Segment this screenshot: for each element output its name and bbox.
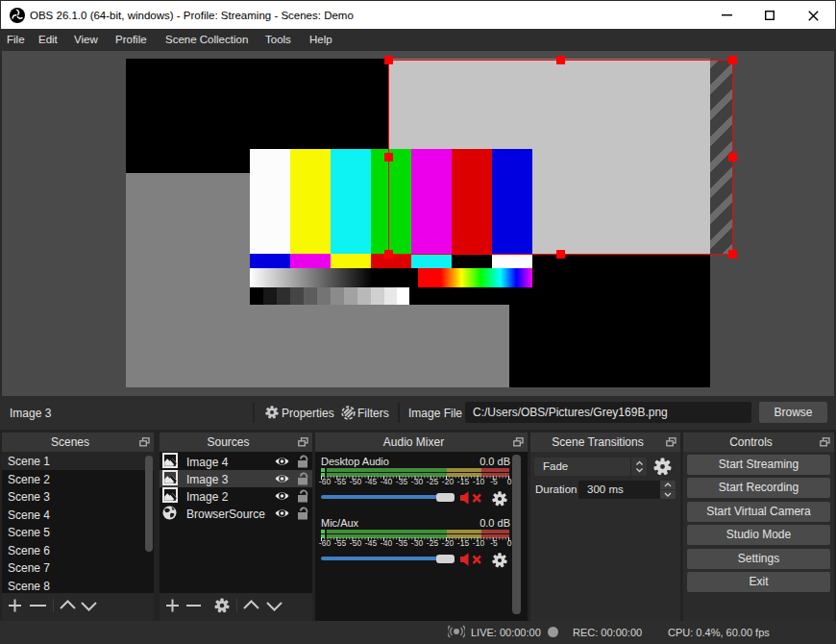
svg-text:-40: -40 xyxy=(381,477,393,486)
svg-text:-10: -10 xyxy=(473,477,485,486)
svg-text:-15: -15 xyxy=(457,538,470,548)
svg-text:-25: -25 xyxy=(427,477,439,486)
svg-text:-20: -20 xyxy=(442,538,455,548)
svg-text:-30: -30 xyxy=(411,477,424,486)
svg-text:-25: -25 xyxy=(427,538,439,548)
svg-text:-40: -40 xyxy=(381,538,393,548)
svg-text:-10: -10 xyxy=(473,538,485,548)
svg-text:-55: -55 xyxy=(334,538,347,548)
svg-text:-5: -5 xyxy=(490,477,498,486)
svg-text:-35: -35 xyxy=(396,538,408,548)
svg-text:-55: -55 xyxy=(334,477,347,486)
svg-text:-20: -20 xyxy=(442,477,455,486)
svg-text:0: 0 xyxy=(507,538,512,548)
svg-text:0: 0 xyxy=(507,477,512,486)
svg-text:-45: -45 xyxy=(365,538,378,548)
svg-text:-35: -35 xyxy=(396,477,408,486)
svg-text:-60: -60 xyxy=(319,477,332,486)
svg-text:-5: -5 xyxy=(490,538,498,548)
svg-text:-50: -50 xyxy=(350,477,362,486)
svg-text:-45: -45 xyxy=(365,477,378,486)
svg-text:-50: -50 xyxy=(350,538,362,548)
svg-text:-30: -30 xyxy=(411,538,424,548)
svg-text:-60: -60 xyxy=(319,538,332,548)
svg-text:-15: -15 xyxy=(457,477,470,486)
